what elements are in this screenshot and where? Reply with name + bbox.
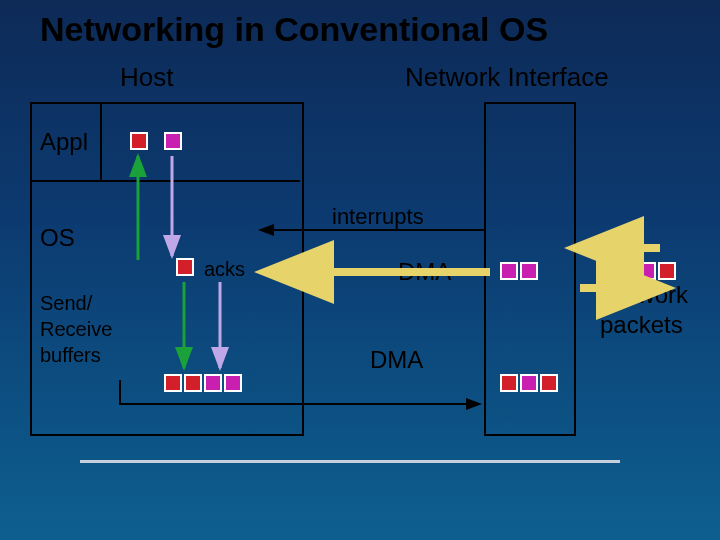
host-label: Host [120, 62, 173, 93]
packet-icon [164, 132, 182, 150]
packet-icon [520, 374, 538, 392]
network-packets-label: Network packets [600, 280, 688, 340]
packet-icon [500, 374, 518, 392]
bus-line [80, 460, 620, 463]
packet-icon [638, 262, 656, 280]
packet-icon [500, 262, 518, 280]
appl-divider-v [100, 104, 102, 180]
os-label: OS [40, 224, 75, 252]
packet-icon [164, 374, 182, 392]
appl-label: Appl [40, 128, 88, 156]
packet-icon [130, 132, 148, 150]
dma-out-label: DMA [370, 346, 423, 374]
slide-title: Networking in Conventional OS [40, 10, 548, 49]
send-receive-buffers-label: Send/ Receive buffers [40, 290, 112, 368]
packet-icon [224, 374, 242, 392]
packet-icon [184, 374, 202, 392]
packet-icon [658, 262, 676, 280]
packet-icon [204, 374, 222, 392]
dma-in-label: DMA [398, 258, 451, 286]
appl-divider-h [32, 180, 300, 182]
packet-icon [540, 374, 558, 392]
acks-label: acks [204, 258, 245, 281]
packet-icon [618, 262, 636, 280]
interrupts-label: interrupts [332, 204, 424, 230]
network-interface-label: Network Interface [405, 62, 609, 93]
packet-icon [176, 258, 194, 276]
packet-icon [520, 262, 538, 280]
packet-icon [598, 262, 616, 280]
